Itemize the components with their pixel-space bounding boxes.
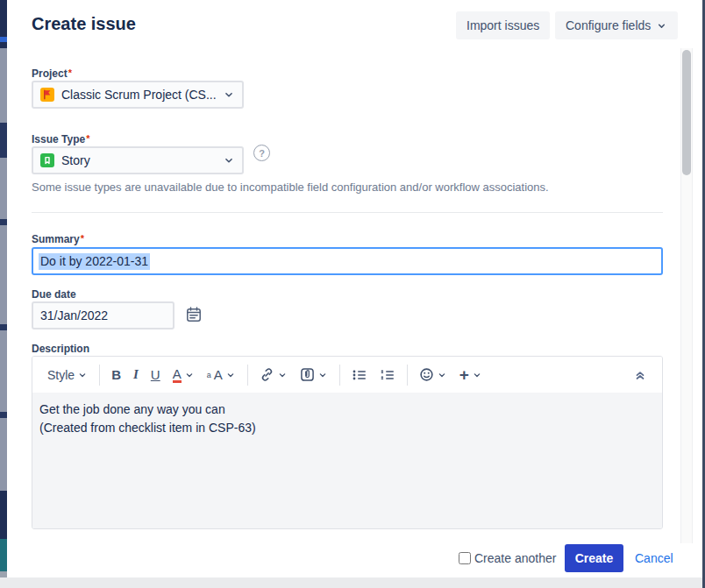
insert-more-button[interactable]: +: [453, 368, 488, 382]
bullet-list-icon: [352, 368, 367, 382]
chevron-down-icon: [656, 20, 667, 32]
chevron-down-icon: [277, 370, 288, 380]
style-dropdown[interactable]: Style: [41, 368, 94, 382]
create-issue-modal: Create issue Import issues Configure fie…: [7, 0, 693, 577]
page-behind-modal-edge: [0, 539, 7, 571]
text-size-letter: A: [214, 367, 223, 382]
page-behind-modal-edge: [0, 412, 7, 418]
bullet-list-button[interactable]: [345, 368, 374, 382]
style-dropdown-label: Style: [47, 368, 75, 382]
bold-button-label: B: [111, 367, 121, 382]
cancel-link[interactable]: Cancel: [635, 551, 673, 565]
bold-button[interactable]: B: [105, 367, 127, 382]
paperclip-icon: [300, 367, 315, 382]
issue-type-select[interactable]: Story: [32, 146, 244, 174]
required-marker: *: [86, 133, 89, 144]
dialog-title: Create issue: [32, 14, 136, 34]
page-behind-modal-edge: [0, 324, 7, 330]
import-issues-label: Import issues: [466, 18, 539, 32]
italic-button[interactable]: I: [127, 367, 145, 382]
description-editor: Style B I U A aA: [32, 356, 663, 529]
chevron-down-icon: [472, 370, 482, 380]
chevron-down-icon: [437, 370, 447, 380]
description-line: Get the job done any way you can: [39, 400, 655, 419]
summary-label-text: Summary: [32, 233, 80, 245]
double-chevron-up-icon: [633, 368, 647, 382]
toolbar-separator: [339, 365, 340, 386]
configure-fields-label: Configure fields: [566, 18, 651, 32]
underline-button[interactable]: U: [145, 367, 167, 382]
emoji-button[interactable]: [413, 367, 453, 382]
italic-button-label: I: [133, 367, 139, 382]
description-label: Description: [32, 343, 89, 355]
page-background-bottom: [0, 577, 702, 588]
create-issue-dialog-page: Create issue Import issues Configure fie…: [0, 0, 705, 588]
issue-type-select-value: Story: [61, 153, 216, 167]
chevron-down-icon: [223, 154, 235, 166]
description-line: (Created from checklist item in CSP-63): [39, 419, 655, 437]
project-label: Project*: [32, 67, 72, 80]
project-select-value: Classic Scrum Project (CS...: [61, 88, 216, 102]
numbered-list-button[interactable]: [374, 368, 402, 382]
chevron-down-icon: [77, 370, 88, 380]
collapse-toolbar-button[interactable]: [627, 368, 653, 382]
description-textarea[interactable]: Get the job done any way you can (Create…: [32, 393, 662, 529]
page-behind-modal-edge: [0, 219, 7, 225]
text-color-letter: A: [173, 367, 182, 383]
emoji-icon: [419, 367, 434, 382]
due-date-input[interactable]: [32, 301, 174, 329]
issue-type-label-text: Issue Type: [32, 133, 85, 145]
create-button[interactable]: Create: [565, 544, 623, 572]
project-select[interactable]: Classic Scrum Project (CS...: [32, 81, 244, 109]
import-issues-button[interactable]: Import issues: [456, 11, 550, 39]
description-toolbar: Style B I U A aA: [32, 357, 662, 393]
project-label-text: Project: [32, 67, 68, 80]
chevron-down-icon: [184, 370, 195, 380]
required-marker: *: [68, 67, 72, 78]
project-flag-icon: [40, 88, 54, 102]
create-another-label[interactable]: Create another: [474, 551, 556, 565]
chevron-down-icon: [223, 89, 235, 101]
underline-button-label: U: [151, 367, 160, 382]
issue-type-label: Issue Type*: [32, 133, 89, 145]
link-button[interactable]: [253, 367, 294, 382]
required-marker: *: [81, 233, 84, 244]
page-behind-modal-edge: [0, 48, 7, 123]
summary-input-selected-text: Do it by 2022-01-31: [39, 253, 150, 270]
text-color-button[interactable]: A: [167, 367, 201, 383]
text-size-small-letter: a: [207, 371, 211, 379]
summary-label: Summary*: [32, 233, 84, 245]
issue-type-note: Some issue types are unavailable due to …: [32, 181, 549, 194]
attachment-button[interactable]: [294, 367, 334, 382]
section-divider: [32, 212, 663, 213]
calendar-icon[interactable]: [184, 306, 203, 325]
summary-input[interactable]: Do it by 2022-01-31: [32, 247, 663, 275]
chevron-down-icon: [225, 370, 236, 380]
page-behind-modal-edge: [0, 37, 7, 42]
story-icon: [40, 153, 54, 167]
due-date-label: Due date: [32, 288, 76, 301]
numbered-list-icon: [380, 368, 395, 382]
toolbar-separator: [247, 365, 248, 386]
plus-icon: +: [459, 368, 469, 382]
scrollbar-thumb[interactable]: [682, 50, 691, 175]
link-icon: [260, 367, 274, 382]
toolbar-separator: [99, 365, 100, 386]
text-size-button[interactable]: aA: [201, 367, 242, 382]
chevron-down-icon: [317, 370, 328, 380]
help-icon[interactable]: ?: [253, 145, 270, 161]
configure-fields-button[interactable]: Configure fields: [555, 11, 678, 39]
page-behind-modal-edge: [0, 123, 7, 158]
create-another-checkbox[interactable]: [459, 552, 471, 564]
page-behind-modal-edge: [0, 491, 7, 539]
toolbar-separator: [407, 365, 408, 386]
